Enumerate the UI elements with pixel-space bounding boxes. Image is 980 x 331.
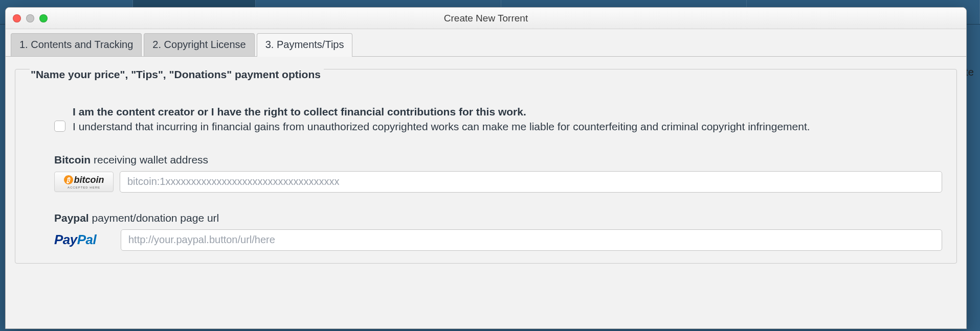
bitcoin-label-bold: Bitcoin xyxy=(54,154,91,166)
paypal-label-rest: payment/donation page url xyxy=(89,212,219,224)
bitcoin-field: Bitcoin receiving wallet address ₿ bitco… xyxy=(54,154,942,193)
create-new-torrent-dialog: Create New Torrent 1. Contents and Track… xyxy=(5,7,967,329)
fieldset-heading: "Name your price", "Tips", "Donations" p… xyxy=(30,68,324,81)
paypal-url-input[interactable] xyxy=(121,229,942,251)
close-icon[interactable] xyxy=(13,14,21,22)
bitcoin-badge-text: bitcoin xyxy=(74,175,104,185)
consent-text-bold: I am the content creator or I have the r… xyxy=(73,104,810,119)
titlebar: Create New Torrent xyxy=(6,8,966,29)
bitcoin-label-rest: receiving wallet address xyxy=(91,154,208,166)
minimize-icon[interactable] xyxy=(26,14,34,22)
tab-content: "Name your price", "Tips", "Donations" p… xyxy=(6,56,966,328)
paypal-badge: PayPal xyxy=(54,232,115,248)
paypal-label-bold: Paypal xyxy=(54,212,89,224)
paypal-badge-p1: Pay xyxy=(54,232,77,247)
payments-fieldset: "Name your price", "Tips", "Donations" p… xyxy=(15,69,957,264)
bitcoin-address-input[interactable] xyxy=(120,171,942,193)
tab-payments-tips[interactable]: 3. Payments/Tips xyxy=(257,33,353,57)
tab-copyright-license[interactable]: 2. Copyright License xyxy=(144,33,254,57)
bitcoin-label: Bitcoin receiving wallet address xyxy=(54,154,942,166)
window-controls xyxy=(13,14,48,22)
consent-checkbox[interactable] xyxy=(54,121,65,132)
consent-text: I am the content creator or I have the r… xyxy=(73,104,810,134)
bitcoin-badge: ₿ bitcoin ACCEPTED HERE xyxy=(54,172,114,192)
bitcoin-badge-sub: ACCEPTED HERE xyxy=(68,186,100,189)
consent-row: I am the content creator or I have the r… xyxy=(54,104,852,134)
tab-bar: 1. Contents and Tracking 2. Copyright Li… xyxy=(6,29,966,57)
window-title: Create New Torrent xyxy=(6,13,966,24)
paypal-field: Paypal payment/donation page url PayPal xyxy=(54,212,942,251)
paypal-badge-p2: Pal xyxy=(77,232,97,247)
paypal-label: Paypal payment/donation page url xyxy=(54,212,942,224)
zoom-icon[interactable] xyxy=(39,14,48,22)
bitcoin-icon: ₿ xyxy=(64,175,73,184)
consent-text-body: I understand that incurring in financial… xyxy=(73,121,810,132)
tab-contents-and-tracking[interactable]: 1. Contents and Tracking xyxy=(11,33,142,57)
